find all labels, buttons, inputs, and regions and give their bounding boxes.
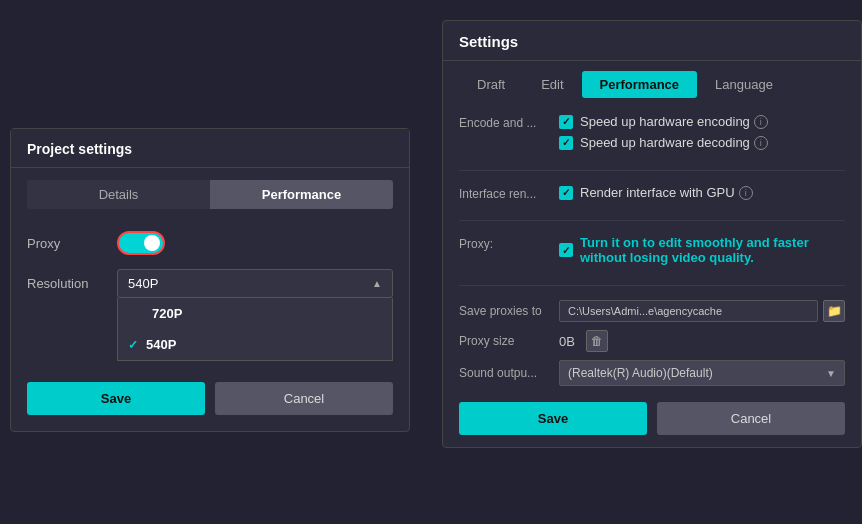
sound-select[interactable]: (Realtek(R) Audio)(Default) ▼ (559, 360, 845, 386)
hw-decoding-info-icon[interactable]: i (754, 136, 768, 150)
hw-encoding-info-icon[interactable]: i (754, 115, 768, 129)
option-540p-label: 540P (146, 337, 176, 352)
project-settings-dialog: Project settings Details Performance Pro… (10, 128, 410, 432)
trash-icon[interactable]: 🗑 (586, 330, 608, 352)
tab-draft[interactable]: Draft (459, 71, 523, 98)
check-mark-540p: ✓ (128, 338, 138, 352)
proxy-label: Proxy (27, 236, 117, 251)
proxy-check-row: Turn it on to edit smoothly and faster w… (559, 235, 845, 265)
settings-footer: Save Cancel (459, 402, 845, 435)
render-gpu-info-icon[interactable]: i (739, 186, 753, 200)
sound-label: Sound outpu... (459, 366, 559, 380)
save-proxies-row: Save proxies to C:\Users\Admi...e\agency… (459, 300, 845, 322)
tab-edit[interactable]: Edit (523, 71, 581, 98)
chevron-up-icon: ▲ (372, 278, 382, 289)
proxy-section-content: Turn it on to edit smoothly and faster w… (559, 235, 845, 271)
hw-decoding-checkbox[interactable] (559, 136, 573, 150)
encode-label: Encode and ... (459, 114, 559, 130)
save-proxies-path: C:\Users\Admi...e\agencycache (559, 300, 818, 322)
interface-section: Interface ren... Render interface with G… (459, 185, 845, 221)
hw-encoding-checkbox[interactable] (559, 115, 573, 129)
tab-details[interactable]: Details (27, 180, 210, 209)
folder-icon[interactable]: 📁 (823, 300, 845, 322)
proxy-description: Turn it on to edit smoothly and faster w… (580, 235, 845, 265)
toggle-knob (144, 235, 160, 251)
tab-language[interactable]: Language (697, 71, 791, 98)
settings-tabs: Draft Edit Performance Language (459, 71, 845, 98)
proxy-size-value: 0B (559, 334, 575, 349)
render-gpu-checkbox[interactable] (559, 186, 573, 200)
tab-performance[interactable]: Performance (210, 180, 393, 209)
resolution-container: 540P ▲ 720P ✓ 540P (117, 269, 393, 298)
sound-chevron-icon: ▼ (826, 368, 836, 379)
cancel-button[interactable]: Cancel (215, 382, 393, 415)
proxy-section-label: Proxy: (459, 235, 559, 251)
encode-section: Encode and ... Speed up hardware encodin… (459, 114, 845, 171)
tab-performance[interactable]: Performance (582, 71, 697, 98)
encode-content: Speed up hardware encoding i Speed up ha… (559, 114, 845, 156)
encode-hw-decoding-row: Speed up hardware decoding i (559, 135, 845, 150)
proxy-row: Proxy (27, 231, 393, 255)
sound-value: (Realtek(R) Audio)(Default) (568, 366, 713, 380)
resolution-label: Resolution (27, 276, 117, 291)
proxy-size-row: Proxy size 0B 🗑 (459, 330, 845, 352)
resolution-dropdown: 720P ✓ 540P (117, 298, 393, 361)
resolution-select[interactable]: 540P ▲ (117, 269, 393, 298)
settings-save-button[interactable]: Save (459, 402, 647, 435)
proxy-section: Proxy: Turn it on to edit smoothly and f… (459, 235, 845, 286)
settings-title: Settings (443, 21, 861, 61)
dialog-title: Project settings (11, 129, 409, 168)
resolution-row: Resolution 540P ▲ 720P ✓ 540P (27, 269, 393, 298)
interface-label: Interface ren... (459, 185, 559, 201)
dialog-buttons: Save Cancel (27, 382, 393, 415)
option-540p[interactable]: ✓ 540P (118, 329, 392, 360)
sound-output-row: Sound outpu... (Realtek(R) Audio)(Defaul… (459, 360, 845, 386)
option-720p-label: 720P (152, 306, 182, 321)
dialog-tabs: Details Performance (27, 180, 393, 209)
proxy-checkbox[interactable] (559, 243, 573, 257)
hw-decoding-text: Speed up hardware decoding (580, 135, 750, 150)
hw-encoding-text: Speed up hardware encoding (580, 114, 750, 129)
save-proxies-label: Save proxies to (459, 304, 559, 318)
proxy-toggle[interactable] (117, 231, 165, 255)
encode-hw-encoding-row: Speed up hardware encoding i (559, 114, 845, 129)
settings-panel: Settings Draft Edit Performance Language… (442, 20, 862, 448)
settings-cancel-button[interactable]: Cancel (657, 402, 845, 435)
dialog-body: Proxy Resolution 540P ▲ 720P ✓ (11, 221, 409, 322)
proxy-size-label: Proxy size (459, 334, 559, 348)
resolution-value: 540P (128, 276, 158, 291)
settings-body: Encode and ... Speed up hardware encodin… (443, 108, 861, 392)
save-button[interactable]: Save (27, 382, 205, 415)
render-gpu-row: Render interface with GPU i (559, 185, 845, 200)
interface-content: Render interface with GPU i (559, 185, 845, 206)
render-gpu-text: Render interface with GPU (580, 185, 735, 200)
option-720p[interactable]: 720P (118, 298, 392, 329)
